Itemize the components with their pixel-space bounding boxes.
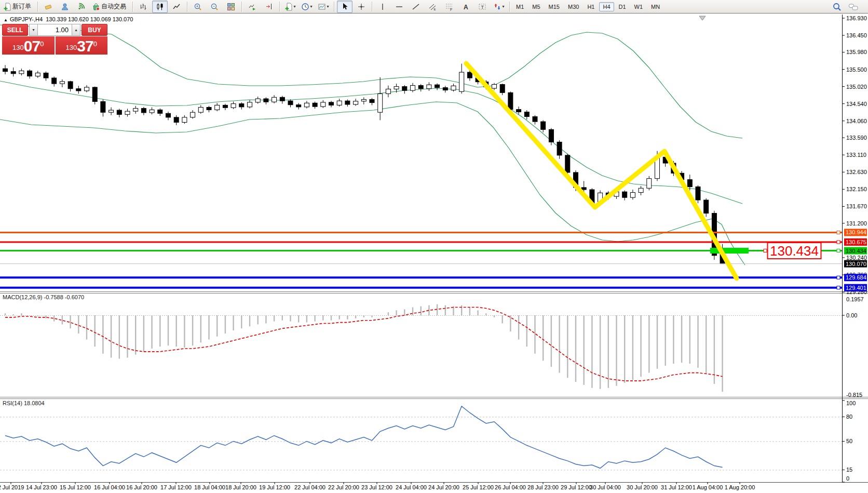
separator: [372, 2, 372, 12]
chart-shift-button[interactable]: [261, 1, 277, 13]
price-tick-label: 136.450: [846, 32, 867, 38]
volume-input[interactable]: [38, 24, 72, 36]
chart-canvas[interactable]: 136.930136.450135.980135.500135.020134.5…: [0, 14, 868, 493]
time-tick-label: 16 Jul 04:00: [94, 484, 125, 490]
rsi-axis-label: 100: [846, 400, 856, 406]
candlestick: [313, 103, 317, 106]
candlestick: [255, 99, 260, 102]
candlestick: [117, 110, 121, 114]
macd-indicator-label: MACD(12,26,9) -0.7588 -0.6070: [3, 294, 84, 300]
level-line-handle: [837, 286, 840, 289]
buy-button[interactable]: BUY: [82, 24, 107, 36]
text-label-tool-button[interactable]: T: [474, 1, 490, 13]
main-toolbar: 新订单 自动交易 ▾ ▾: [0, 0, 868, 14]
arrows-tool-button[interactable]: ▾: [491, 1, 507, 13]
time-tick-label: 14 Jul 23:00: [26, 484, 57, 490]
chevron-down-icon: ▾: [293, 4, 295, 9]
bid-main: 07: [24, 39, 40, 54]
cursor-button[interactable]: [337, 1, 352, 13]
periods-button[interactable]: ▾: [299, 1, 315, 13]
sell-button[interactable]: SELL: [2, 24, 28, 36]
price-tick-label: 133.110: [846, 152, 866, 158]
candlestick: [639, 188, 643, 192]
horizontal-line-tool-button[interactable]: [391, 1, 407, 13]
chart-shift-icon: [265, 3, 273, 11]
time-tick-label: 1 Aug 20:00: [725, 484, 755, 490]
line-chart-mode-button[interactable]: [169, 1, 184, 13]
timeframe-button-D1[interactable]: D1: [615, 2, 630, 11]
search-button[interactable]: [829, 1, 845, 13]
candlestick: [19, 71, 24, 74]
crosshair-button[interactable]: [354, 1, 369, 13]
candlestick: [44, 73, 48, 78]
new-order-button[interactable]: 新订单: [2, 1, 35, 13]
annotation-handle: [764, 249, 767, 252]
candlestick: [321, 102, 326, 106]
annotation-price-label: 130.434: [770, 243, 819, 259]
auto-scroll-button[interactable]: [245, 1, 260, 13]
timeframe-button-M1[interactable]: M1: [512, 2, 527, 11]
zoom-in-button[interactable]: [190, 1, 206, 13]
time-tick-label: 30 Jul 04:00: [590, 484, 621, 490]
candlestick: [141, 109, 146, 113]
templates-button[interactable]: ▾: [316, 1, 331, 13]
auto-trading-button[interactable]: 自动交易: [90, 1, 130, 13]
clock-icon: [301, 3, 309, 11]
fibonacci-tool-button[interactable]: F: [441, 1, 457, 13]
timeframe-button-H1[interactable]: H1: [584, 2, 598, 11]
text-tool-button[interactable]: A: [458, 1, 473, 13]
level-line-handle: [837, 276, 840, 279]
timeframe-button-MN[interactable]: MN: [647, 2, 663, 11]
candlestick: [158, 110, 162, 113]
level-line-handle: [837, 231, 840, 234]
separator: [509, 2, 510, 12]
candlestick: [288, 101, 293, 105]
candlestick: [467, 72, 472, 78]
eraser-button[interactable]: [40, 1, 56, 13]
vertical-line-tool-button[interactable]: [375, 1, 390, 13]
collapse-panel-icon[interactable]: ▲: [4, 18, 8, 22]
candlestick-mode-button[interactable]: [152, 1, 168, 13]
candlestick: [304, 103, 309, 107]
candlestick-icon: [156, 3, 164, 11]
svg-text:A: A: [464, 3, 468, 10]
timeframe-button-H4[interactable]: H4: [599, 2, 614, 11]
bar-chart-mode-button[interactable]: [135, 1, 151, 13]
channel-tool-button[interactable]: E: [425, 1, 440, 13]
timeframe-button-M30[interactable]: M30: [564, 2, 582, 11]
price-tick-label: 132.150: [846, 186, 867, 192]
chat-button[interactable]: [846, 1, 861, 13]
price-tick-label: 134.060: [846, 118, 867, 124]
volume-increase-button[interactable]: ▴: [72, 24, 80, 36]
zoom-out-button[interactable]: [207, 1, 222, 13]
timeframe-button-W1[interactable]: W1: [631, 2, 647, 11]
price-tick-label: 132.630: [846, 169, 867, 175]
community-button[interactable]: [57, 1, 73, 13]
candlestick: [386, 89, 390, 94]
candlestick: [418, 86, 423, 89]
timeframe-button-M15[interactable]: M15: [545, 2, 563, 11]
time-tick-label: 26 Jul 04:00: [495, 484, 526, 490]
separator: [37, 2, 38, 12]
candlestick: [411, 86, 415, 91]
bid-price[interactable]: 130070: [2, 36, 55, 55]
time-tick-label: 15 Jul 12:00: [60, 484, 91, 490]
svg-text:T: T: [481, 4, 484, 9]
candlestick: [647, 179, 652, 189]
macd-axis-zero: 0.00: [846, 312, 857, 318]
signals-button[interactable]: [74, 1, 89, 13]
ask-price[interactable]: 130370: [56, 36, 108, 55]
new-chart-button[interactable]: ▾: [282, 1, 298, 13]
time-tick-label: 28 Jul 23:00: [527, 484, 559, 490]
volume-decrease-button[interactable]: ▾: [29, 24, 38, 36]
symbol-header: ▲GBPJPY-,H4 130.339 130.620 130.069 130.…: [4, 16, 133, 22]
timeframe-button-M5[interactable]: M5: [528, 2, 544, 11]
candlestick: [92, 87, 97, 102]
svg-text:E: E: [434, 8, 436, 11]
rsi-indicator-label: RSI(14) 18.0804: [3, 400, 45, 406]
candlestick: [207, 108, 211, 110]
trendline-tool-button[interactable]: [408, 1, 424, 13]
vertical-line-icon: [378, 3, 387, 11]
tile-windows-button[interactable]: [223, 1, 239, 13]
candlestick: [150, 110, 154, 113]
